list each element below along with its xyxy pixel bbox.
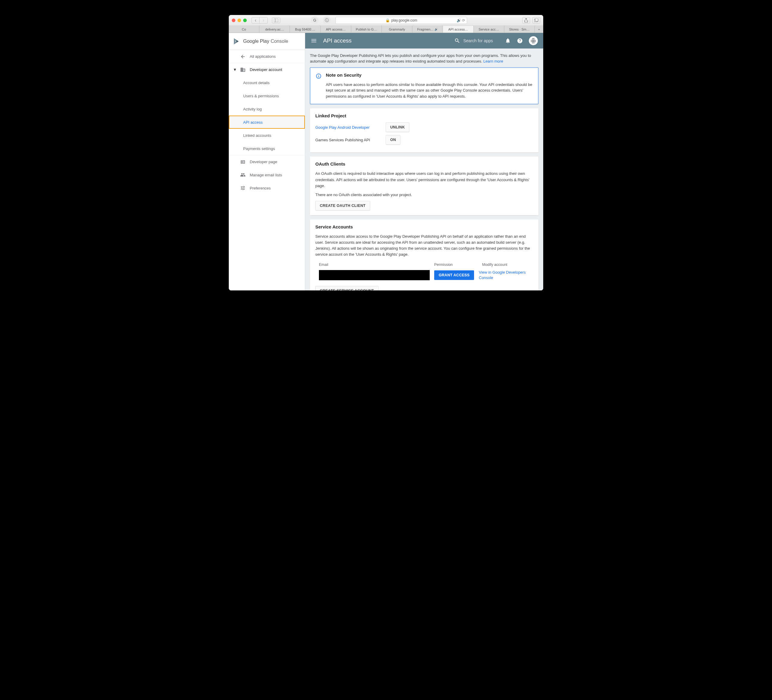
- oauth-empty: There are no OAuth clients associated wi…: [315, 192, 533, 198]
- menu-icon[interactable]: [311, 38, 317, 44]
- url-bar[interactable]: 🔒 play.google.com 🔊 ⟳: [335, 17, 467, 24]
- browser-tab[interactable]: Co: [229, 26, 259, 33]
- brand[interactable]: Google Play Console: [229, 33, 305, 50]
- new-tab-button[interactable]: +: [535, 26, 543, 33]
- app-body: Google Play Console All applications ▼ D…: [229, 33, 543, 290]
- th-email: Email: [319, 263, 434, 267]
- sidebar-developer-account[interactable]: ▼ Developer account: [229, 63, 305, 76]
- oauth-card: OAuth Clients An OAuth client is require…: [310, 157, 538, 215]
- browser-tab[interactable]: Publish to G…: [351, 26, 382, 33]
- sidebar-subitem[interactable]: Activity log: [229, 102, 305, 116]
- help-icon[interactable]: [517, 38, 523, 44]
- minimize-icon[interactable]: [237, 18, 241, 22]
- sidebar-toggle[interactable]: [272, 17, 280, 23]
- lock-icon: 🔒: [385, 18, 390, 23]
- note-body: API users have access to perform actions…: [326, 82, 533, 100]
- avatar[interactable]: [529, 36, 538, 45]
- table-row: GRANT ACCESS View in Google Developers C…: [315, 268, 533, 282]
- linked-title: Linked Project: [315, 113, 533, 118]
- browser-tab[interactable]: Service acc…: [474, 26, 504, 33]
- create-oauth-button[interactable]: CREATE OAUTH CLIENT: [315, 201, 370, 211]
- th-permission: Permission: [434, 263, 482, 267]
- table-header: Email Permission Modify account: [315, 261, 533, 268]
- browser-tab[interactable]: Grammarly: [382, 26, 412, 33]
- security-note: Note on Security API users have access t…: [310, 67, 538, 105]
- oauth-desc: An OAuth client is required to build int…: [315, 171, 533, 189]
- unlink-button[interactable]: UNLINK: [386, 123, 409, 132]
- browser-window: ‹ › G ⓘ 🔒 play.google.com 🔊 ⟳ Codelive: [229, 15, 543, 290]
- info-icon: [316, 73, 322, 100]
- traffic-lights: [232, 18, 247, 22]
- svc-title: Service Accounts: [315, 224, 533, 229]
- browser-tab[interactable]: Fragmen…🔊: [412, 26, 443, 33]
- bell-icon[interactable]: [505, 38, 511, 44]
- linked-project-card: Linked Project Google Play Android Devel…: [310, 108, 538, 152]
- sidebar-developer-page[interactable]: Developer page: [229, 155, 305, 168]
- play-console-logo-icon: [233, 38, 240, 45]
- sidebar-subitems: Account detailsUsers & permissionsActivi…: [229, 76, 305, 155]
- svg-rect-3: [535, 18, 538, 21]
- search[interactable]: Search for apps: [454, 38, 493, 44]
- page-title: API access: [323, 38, 352, 44]
- people-icon: [240, 172, 245, 178]
- extension-icon[interactable]: G: [311, 16, 319, 24]
- content-area: The Google Play Developer Publishing API…: [305, 49, 543, 290]
- forward-button[interactable]: ›: [260, 17, 267, 23]
- sidebar-all-applications[interactable]: All applications: [229, 50, 305, 63]
- oauth-title: OAuth Clients: [315, 161, 533, 167]
- svg-rect-0: [274, 18, 278, 22]
- chevron-down-icon: ▼: [233, 67, 236, 72]
- games-api-label: Games Services Publishing API: [315, 138, 386, 142]
- browser-tab[interactable]: Stores · Sm…: [504, 26, 535, 33]
- brand-text: Google Play Console: [243, 39, 288, 44]
- note-title: Note on Security: [326, 72, 533, 78]
- sidebar-manage-email[interactable]: Manage email lists: [229, 168, 305, 182]
- maximize-icon[interactable]: [243, 18, 247, 22]
- sidebar: Google Play Console All applications ▼ D…: [229, 33, 305, 290]
- reload-icon[interactable]: ⟳: [462, 18, 465, 23]
- tab-strip: Codelivery.ac…Bug 59400:…API access…Publ…: [229, 26, 543, 33]
- android-icon: [530, 38, 536, 44]
- sidebar-subitem[interactable]: API access: [229, 116, 305, 129]
- tune-icon: [240, 185, 245, 191]
- sidebar-subitem[interactable]: Linked accounts: [229, 129, 305, 142]
- back-arrow-icon: [240, 54, 245, 59]
- share-icon[interactable]: [522, 17, 530, 24]
- browser-tab[interactable]: API access…: [321, 26, 351, 33]
- intro-text: The Google Play Developer Publishing API…: [310, 53, 538, 64]
- view-console-link[interactable]: View in Google Developers Console: [479, 270, 530, 281]
- browser-tab[interactable]: API access…: [443, 26, 473, 33]
- back-button[interactable]: ‹: [252, 17, 260, 23]
- tabs-icon[interactable]: [532, 17, 540, 24]
- close-icon[interactable]: [232, 18, 236, 22]
- info-icon[interactable]: ⓘ: [323, 16, 330, 24]
- svc-desc: Service accounts allow access to the Goo…: [315, 234, 533, 258]
- sidebar-subitem[interactable]: Users & permissions: [229, 89, 305, 102]
- app-bar: API access Search for apps: [305, 33, 543, 49]
- project-link[interactable]: Google Play Android Developer: [315, 125, 386, 130]
- service-accounts-card: Service Accounts Service accounts allow …: [310, 219, 538, 290]
- business-icon: [240, 67, 245, 72]
- sidebar-subitem[interactable]: Payments settings: [229, 142, 305, 155]
- grant-access-button[interactable]: GRANT ACCESS: [434, 270, 474, 280]
- th-modify: Modify account: [482, 263, 530, 267]
- main-panel: API access Search for apps The: [305, 33, 543, 290]
- nav-arrows: ‹ ›: [252, 17, 268, 24]
- webpage-icon: [240, 159, 245, 165]
- redacted-email: [319, 270, 430, 280]
- games-toggle[interactable]: ON: [386, 135, 401, 145]
- url-text: play.google.com: [391, 18, 417, 23]
- search-icon: [454, 38, 460, 44]
- sidebar-preferences[interactable]: Preferences: [229, 182, 305, 195]
- browser-tab[interactable]: Bug 59400:…: [290, 26, 321, 33]
- audio-icon[interactable]: 🔊: [457, 18, 461, 23]
- create-service-account-button[interactable]: CREATE SERVICE ACCOUNT: [315, 286, 378, 290]
- sidebar-subitem[interactable]: Account details: [229, 76, 305, 89]
- titlebar: ‹ › G ⓘ 🔒 play.google.com 🔊 ⟳: [229, 15, 543, 26]
- learn-more-link[interactable]: Learn more: [483, 59, 503, 64]
- browser-tab[interactable]: delivery.ac…: [259, 26, 290, 33]
